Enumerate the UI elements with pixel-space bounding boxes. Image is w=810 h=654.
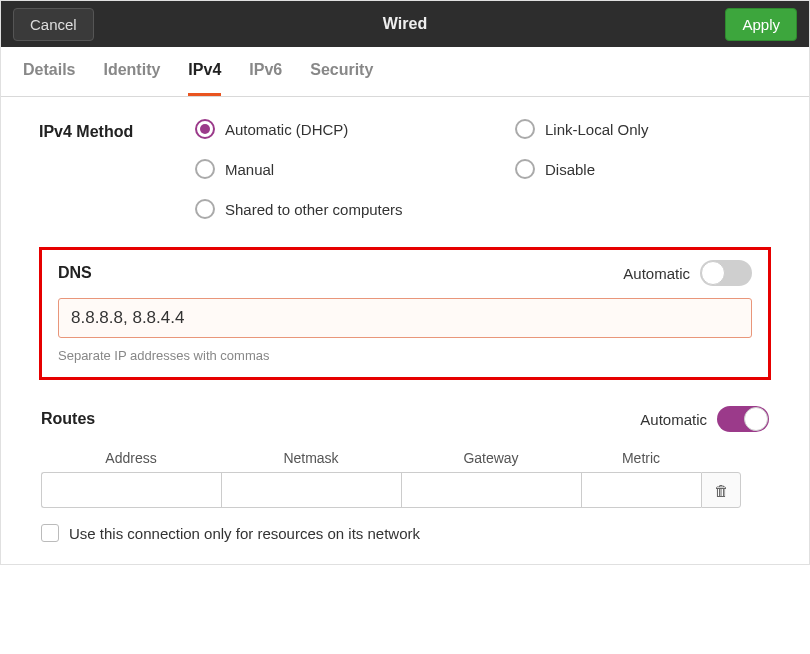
radio-circle-icon bbox=[515, 159, 535, 179]
radio-link-local[interactable]: Link-Local Only bbox=[515, 119, 771, 139]
tab-details[interactable]: Details bbox=[23, 47, 75, 96]
dns-automatic-label: Automatic bbox=[623, 265, 690, 282]
route-row: 🗑 bbox=[41, 472, 769, 508]
route-netmask-input[interactable] bbox=[221, 472, 401, 508]
radio-label: Manual bbox=[225, 161, 274, 178]
radio-circle-icon bbox=[515, 119, 535, 139]
dns-automatic-toggle[interactable] bbox=[700, 260, 752, 286]
radio-circle-icon bbox=[195, 119, 215, 139]
titlebar: Cancel Wired Apply bbox=[1, 1, 809, 47]
trash-icon: 🗑 bbox=[714, 482, 729, 499]
col-address-label: Address bbox=[41, 444, 221, 472]
route-delete-button[interactable]: 🗑 bbox=[701, 472, 741, 508]
routes-automatic-wrap: Automatic bbox=[640, 406, 769, 432]
col-metric-label: Metric bbox=[581, 444, 701, 472]
routes-title: Routes bbox=[41, 410, 95, 428]
radio-shared[interactable]: Shared to other computers bbox=[195, 199, 515, 219]
apply-button[interactable]: Apply bbox=[725, 8, 797, 41]
only-resources-label: Use this connection only for resources o… bbox=[69, 525, 420, 542]
only-resources-checkbox[interactable] bbox=[41, 524, 59, 542]
tab-bar: Details Identity IPv4 IPv6 Security bbox=[1, 47, 809, 97]
window-title: Wired bbox=[1, 15, 809, 33]
network-settings-dialog: Cancel Wired Apply Details Identity IPv4… bbox=[0, 0, 810, 565]
routes-automatic-label: Automatic bbox=[640, 411, 707, 428]
col-netmask-label: Netmask bbox=[221, 444, 401, 472]
col-actions-spacer bbox=[701, 444, 741, 472]
tab-ipv4[interactable]: IPv4 bbox=[188, 47, 221, 96]
dns-automatic-wrap: Automatic bbox=[623, 260, 752, 286]
radio-circle-icon bbox=[195, 199, 215, 219]
ipv4-method-section: IPv4 Method Automatic (DHCP) Link-Local … bbox=[39, 119, 771, 219]
radio-label: Shared to other computers bbox=[225, 201, 403, 218]
radio-label: Disable bbox=[545, 161, 595, 178]
toggle-knob-icon bbox=[744, 407, 768, 431]
col-gateway-label: Gateway bbox=[401, 444, 581, 472]
radio-label: Link-Local Only bbox=[545, 121, 648, 138]
tab-security[interactable]: Security bbox=[310, 47, 373, 96]
radio-automatic-dhcp[interactable]: Automatic (DHCP) bbox=[195, 119, 515, 139]
route-metric-input[interactable] bbox=[581, 472, 701, 508]
dns-title: DNS bbox=[58, 264, 92, 282]
only-resources-row: Use this connection only for resources o… bbox=[41, 524, 769, 542]
route-gateway-input[interactable] bbox=[401, 472, 581, 508]
dns-highlight-box: DNS Automatic Separate IP addresses with… bbox=[39, 247, 771, 380]
tab-ipv6[interactable]: IPv6 bbox=[249, 47, 282, 96]
ipv4-method-label: IPv4 Method bbox=[39, 123, 149, 141]
dns-hint-text: Separate IP addresses with commas bbox=[58, 348, 752, 363]
toggle-knob-icon bbox=[701, 261, 725, 285]
ipv4-content: IPv4 Method Automatic (DHCP) Link-Local … bbox=[1, 97, 809, 564]
tab-identity[interactable]: Identity bbox=[103, 47, 160, 96]
routes-section: Routes Automatic Address Netmask Gateway… bbox=[39, 406, 771, 542]
radio-circle-icon bbox=[195, 159, 215, 179]
routes-automatic-toggle[interactable] bbox=[717, 406, 769, 432]
routes-column-headers: Address Netmask Gateway Metric bbox=[41, 444, 769, 472]
radio-manual[interactable]: Manual bbox=[195, 159, 515, 179]
dns-servers-input[interactable] bbox=[58, 298, 752, 338]
route-address-input[interactable] bbox=[41, 472, 221, 508]
cancel-button[interactable]: Cancel bbox=[13, 8, 94, 41]
radio-label: Automatic (DHCP) bbox=[225, 121, 348, 138]
radio-disable[interactable]: Disable bbox=[515, 159, 771, 179]
routes-header: Routes Automatic bbox=[41, 406, 769, 432]
ipv4-method-options: Automatic (DHCP) Link-Local Only Manual … bbox=[195, 119, 771, 219]
dns-header: DNS Automatic bbox=[58, 260, 752, 286]
